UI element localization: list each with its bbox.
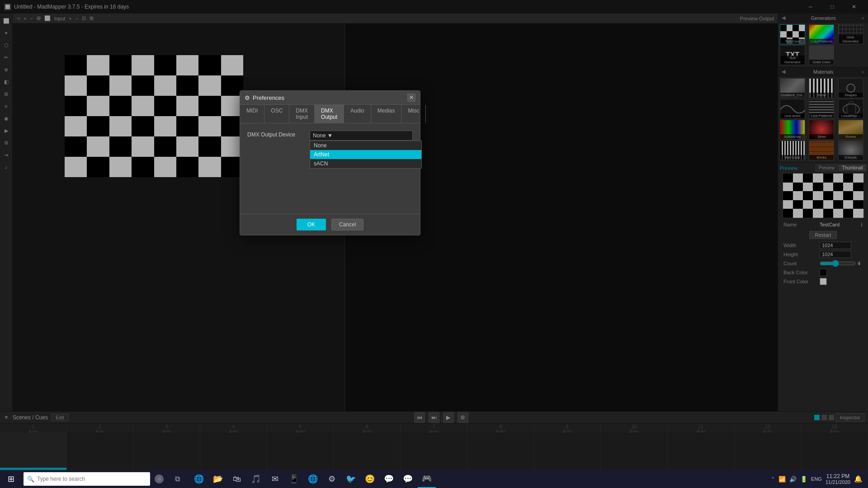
taskbar-settings[interactable]: ⚙: [323, 470, 341, 488]
taskbar-whatsapp[interactable]: 📱: [285, 470, 303, 488]
taskbar-network-icon: 📶: [778, 476, 786, 483]
tab-osc[interactable]: OSC: [264, 105, 289, 123]
taskbar-edge[interactable]: 🌐: [190, 470, 208, 488]
taskbar-volume-icon: 🔊: [789, 476, 797, 483]
ok-button[interactable]: OK: [297, 219, 326, 230]
taskbar-explorer[interactable]: 📂: [209, 470, 227, 488]
taskbar-date: 11/21/2020: [826, 479, 850, 485]
search-input[interactable]: [37, 476, 146, 482]
taskbar-battery-icon: 🔋: [800, 476, 807, 483]
taskbar-clock: 11:22 PM: [826, 473, 850, 479]
taskbar-bird[interactable]: 🐦: [342, 470, 360, 488]
dropdown-options: None ArtNet sACN: [310, 141, 422, 169]
dialog-footer: OK Cancel: [240, 214, 420, 235]
taskbar-store[interactable]: 🛍: [228, 470, 246, 488]
taskbar-right: ⌃ 📶 🔊 🔋 ENG 11:22 PM 11/21/2020 🔔: [765, 473, 868, 485]
taskbar-language[interactable]: ENG: [811, 476, 822, 482]
taskbar-chevron-up[interactable]: ⌃: [771, 476, 775, 482]
tab-medias[interactable]: Medias: [371, 105, 402, 123]
dialog-tabs: MIDI OSC DMX Input DMX Output Audio Medi…: [240, 105, 420, 123]
tab-midi[interactable]: MIDI: [240, 105, 264, 123]
dropdown-selected[interactable]: None ▼: [310, 131, 413, 141]
cortana-btn[interactable]: ○: [150, 470, 168, 488]
taskbar-skype2[interactable]: 💬: [399, 470, 417, 488]
taskbar-madmapper[interactable]: 🎮: [418, 470, 436, 488]
search-bar-container: 🔍: [24, 472, 150, 486]
taskbar-time[interactable]: 11:22 PM 11/21/2020: [826, 473, 850, 485]
option-none[interactable]: None: [310, 141, 421, 150]
taskbar-music[interactable]: 🎵: [247, 470, 265, 488]
task-view-btn[interactable]: ⧉: [168, 470, 186, 488]
dialog-close-button[interactable]: ✕: [407, 94, 415, 102]
form-label-dmx-device: DMX Output Device: [247, 131, 306, 138]
taskbar-emoji[interactable]: 😊: [361, 470, 379, 488]
start-button[interactable]: ⊞: [0, 470, 22, 488]
dialog-overlay: ⚙ Preferences ✕ MIDI OSC DMX Input DMX O…: [0, 0, 868, 488]
taskbar-notification-icon[interactable]: 🔔: [854, 475, 863, 483]
option-sacn[interactable]: sACN: [310, 159, 421, 168]
dialog-titlebar: ⚙ Preferences ✕: [240, 91, 420, 105]
tab-misc[interactable]: Misc: [401, 105, 426, 123]
taskbar-skype1[interactable]: 💬: [380, 470, 398, 488]
tab-dmx-input[interactable]: DMX Input: [289, 105, 315, 123]
dmx-output-device-row: DMX Output Device None ▼ None ArtNet sAC…: [247, 131, 413, 141]
dropdown-trigger: None ▼ None ArtNet sACN: [310, 131, 413, 141]
dialog-body: DMX Output Device None ▼ None ArtNet sAC…: [240, 123, 420, 214]
preferences-dialog: ⚙ Preferences ✕ MIDI OSC DMX Input DMX O…: [240, 90, 420, 235]
cancel-button[interactable]: Cancel: [331, 219, 363, 230]
tab-dmx-output[interactable]: DMX Output: [315, 105, 344, 123]
tab-audio[interactable]: Audio: [344, 105, 371, 123]
dialog-title: ⚙ Preferences: [245, 94, 284, 101]
taskbar-mail[interactable]: ✉: [266, 470, 284, 488]
option-artnet[interactable]: ArtNet: [310, 150, 421, 159]
taskbar-apps: 🌐 📂 🛍 🎵 ✉ 📱 🌐 ⚙ 🐦 😊 💬 💬 🎮: [190, 470, 436, 488]
dialog-icon: ⚙: [245, 94, 250, 101]
dialog-title-text: Preferences: [253, 94, 284, 101]
search-icon: 🔍: [27, 476, 34, 483]
taskbar-chrome[interactable]: 🌐: [304, 470, 322, 488]
form-control-dmx-device: None ▼ None ArtNet sACN: [310, 131, 413, 141]
taskbar: ⊞ 🔍 ○ ⧉ 🌐 📂 🛍 🎵 ✉ 📱 🌐 ⚙ 🐦 😊 💬 💬 🎮 ⌃ 📶 🔊 …: [0, 470, 868, 488]
